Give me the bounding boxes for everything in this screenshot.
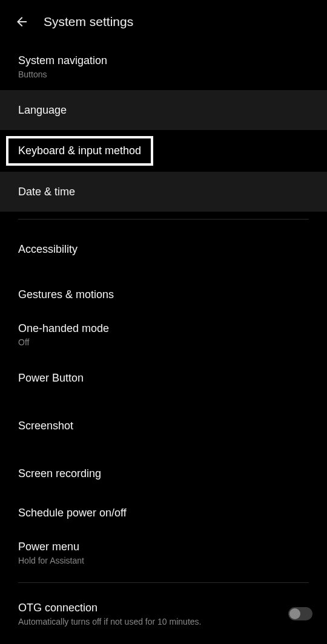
setting-otg-connection[interactable]: OTG connection Automatically turns off i… [0,590,327,637]
highlight-box: Keyboard & input method [6,136,153,166]
setting-title: Accessibility [18,243,309,256]
toggle-knob [289,608,300,619]
setting-title: Date & time [18,186,309,198]
arrow-left-icon [15,15,29,29]
divider [18,219,309,220]
setting-power-button[interactable]: Power Button [0,357,327,399]
divider [18,582,309,583]
setting-subtitle: Buttons [18,70,309,79]
setting-one-handed-mode[interactable]: One-handed mode Off [0,313,327,357]
setting-accessibility[interactable]: Accessibility [0,227,327,272]
setting-title: Power Button [18,372,309,385]
setting-subtitle: Hold for Assistant [18,556,309,565]
setting-title: One-handed mode [18,322,309,335]
setting-title: OTG connection [18,602,201,614]
setting-title: Language [18,104,309,117]
setting-title: Keyboard & input method [18,145,141,157]
setting-schedule-power[interactable]: Schedule power on/off [0,495,327,531]
setting-title: Screenshot [18,420,309,432]
setting-power-menu[interactable]: Power menu Hold for Assistant [0,531,327,575]
setting-title: Schedule power on/off [18,507,309,519]
setting-title: Gestures & motions [18,288,309,301]
setting-screenshot[interactable]: Screenshot [0,408,327,444]
app-bar: System settings [0,0,327,44]
page-title: System settings [44,15,133,29]
setting-language[interactable]: Language [0,90,327,130]
setting-keyboard-input[interactable]: Keyboard & input method [0,130,327,172]
otg-toggle[interactable] [288,607,312,620]
setting-gestures-motions[interactable]: Gestures & motions [0,276,327,313]
setting-screen-recording[interactable]: Screen recording [0,452,327,495]
setting-title: Screen recording [18,467,309,480]
setting-subtitle: Off [18,337,309,347]
setting-subtitle: Automatically turns off if not used for … [18,617,201,626]
setting-system-navigation[interactable]: System navigation Buttons [0,44,327,90]
setting-date-time[interactable]: Date & time [0,172,327,212]
setting-title: Power menu [18,541,309,553]
back-button[interactable] [7,7,36,36]
setting-title: System navigation [18,54,309,67]
